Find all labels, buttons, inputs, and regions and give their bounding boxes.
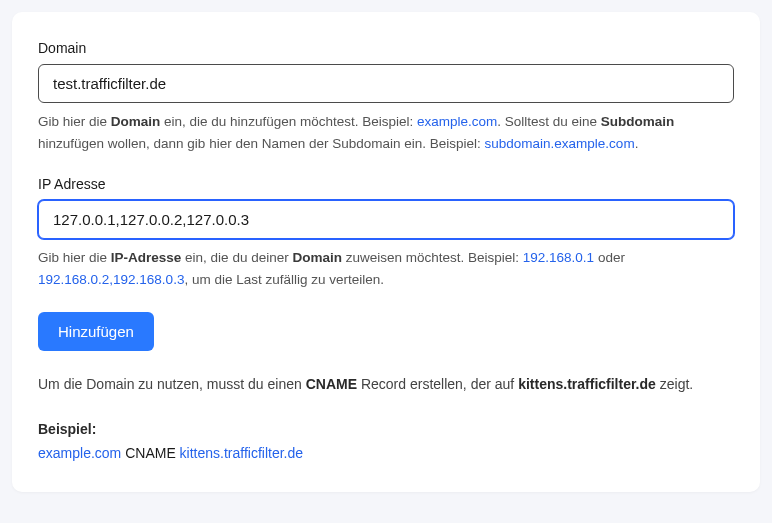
example-label: Beispiel: bbox=[38, 418, 734, 442]
domain-label: Domain bbox=[38, 40, 734, 56]
ip-help-text: Gib hier die IP-Adresse ein, die du dein… bbox=[38, 247, 734, 290]
domain-field-group: Domain Gib hier die Domain ein, die du h… bbox=[38, 40, 734, 154]
domain-example-link-2[interactable]: subdomain.example.com bbox=[485, 136, 635, 151]
ip-example-link-1[interactable]: 192.168.0.1 bbox=[523, 250, 594, 265]
ip-input[interactable] bbox=[38, 200, 734, 239]
cname-example: Beispiel: example.com CNAME kittens.traf… bbox=[38, 418, 734, 466]
example-line: example.com CNAME kittens.trafficfilter.… bbox=[38, 442, 734, 466]
example-target-link[interactable]: kittens.trafficfilter.de bbox=[180, 445, 303, 461]
domain-input[interactable] bbox=[38, 64, 734, 103]
domain-form-card: Domain Gib hier die Domain ein, die du h… bbox=[12, 12, 760, 492]
domain-help-text: Gib hier die Domain ein, die du hinzufüg… bbox=[38, 111, 734, 154]
example-domain-link[interactable]: example.com bbox=[38, 445, 121, 461]
ip-label: IP Adresse bbox=[38, 176, 734, 192]
ip-field-group: IP Adresse Gib hier die IP-Adresse ein, … bbox=[38, 176, 734, 290]
ip-example-link-2[interactable]: 192.168.0.2,192.168.0.3 bbox=[38, 272, 184, 287]
cname-instruction: Um die Domain zu nutzen, musst du einen … bbox=[38, 373, 734, 396]
domain-example-link-1[interactable]: example.com bbox=[417, 114, 497, 129]
add-button[interactable]: Hinzufügen bbox=[38, 312, 154, 351]
